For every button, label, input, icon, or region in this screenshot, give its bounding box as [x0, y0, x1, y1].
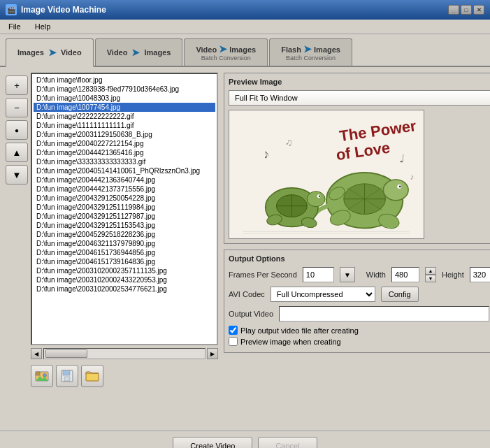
close-button[interactable]: ✕ — [473, 5, 484, 15]
tab-flash-images-batch[interactable]: Flash ➤ Images Batch Conversion — [269, 38, 352, 66]
list-item[interactable]: D:\fun image\200405141410061_PhQRIzsznOn… — [34, 166, 215, 175]
list-item[interactable]: D:\fun image\10077454.jpg — [34, 103, 215, 112]
list-item[interactable]: D:\fun image\20031020002534776621.jpg — [34, 284, 215, 294]
play-output-checkbox[interactable] — [229, 326, 238, 335]
scroll-bar[interactable] — [43, 348, 206, 359]
list-item[interactable]: D:\fun image\20031129150638_B.jpg — [34, 130, 215, 139]
codec-label: AVI Codec — [229, 290, 265, 298]
list-item[interactable]: D:\fun image\1283938-f9ed77910d364e63.jp… — [34, 85, 215, 94]
fps-label: Frames Per Second — [229, 270, 297, 279]
svg-rect-1 — [36, 372, 40, 375]
list-item[interactable]: D:\fun image\20043291250054228.jpg — [34, 194, 215, 203]
config-button[interactable]: Config — [381, 287, 419, 302]
side-buttons: + − ● ▲ ▼ — [6, 73, 28, 425]
cancel-button[interactable]: Cancel — [258, 437, 317, 448]
width-spin-down[interactable]: ▼ — [425, 275, 436, 282]
tab-video-label: Video — [61, 48, 82, 57]
list-item[interactable]: D:\fun image\20040227212154.jpg — [34, 139, 215, 148]
list-item[interactable]: D:\fun image\10048303.jpg — [34, 94, 215, 103]
play-output-label: Play output video file after creating — [240, 326, 359, 335]
list-item[interactable]: D:\fun image\20043291251153543.jpg — [34, 221, 215, 230]
preview-creating-row: Preview image when creating — [229, 337, 490, 346]
list-item[interactable]: D:\fun image\333333333333333.gif — [34, 157, 215, 166]
list-item[interactable]: D:\fun image\111111111111.gif — [34, 121, 215, 130]
list-item[interactable]: D:\fun image\20031020002357111135.jpg — [34, 266, 215, 275]
list-item[interactable]: D:\fun image\20044421363640744.jpg — [34, 175, 215, 185]
output-options-title: Output Options — [229, 254, 490, 263]
list-item[interactable]: D:\fun image\20043291251119984.jpg — [34, 203, 215, 212]
svg-rect-5 — [63, 370, 70, 375]
width-input[interactable] — [391, 267, 419, 282]
scroll-right-button[interactable]: ▶ — [207, 348, 218, 359]
tab-arrow-2: ➤ — [131, 47, 140, 58]
move-up-button[interactable]: ▲ — [6, 143, 28, 162]
open-folder-button[interactable] — [81, 365, 103, 387]
menu-bar: File Help — [0, 20, 490, 34]
tab-batch2-top: Flash ➤ Images — [281, 43, 340, 55]
list-item[interactable]: D:\fun image\20046151736944856.jpg — [34, 248, 215, 257]
list-item[interactable]: D:\fun image\floor.jpg — [34, 75, 215, 85]
preview-creating-checkbox[interactable] — [229, 337, 238, 346]
tabs-bar: Images ➤ Video Video ➤ Images Video ➤ Im… — [0, 34, 490, 67]
width-spin-up[interactable]: ▲ — [425, 267, 436, 275]
preview-image: The Power of Love — [229, 110, 424, 239]
minimize-button[interactable]: _ — [448, 5, 459, 15]
preview-section: Preview Image Full Fit To Window Actual … — [224, 73, 490, 244]
play-output-row: Play output video file after creating — [229, 326, 490, 335]
scroll-area: ◀ ▶ — [31, 348, 218, 359]
preview-svg: The Power of Love — [229, 110, 424, 239]
svg-point-27 — [307, 192, 325, 207]
svg-text:♪: ♪ — [410, 172, 414, 182]
menu-file[interactable]: File — [3, 21, 27, 32]
move-down-button[interactable]: ▼ — [6, 165, 28, 185]
fps-input[interactable] — [303, 267, 334, 282]
tab-images-to-video[interactable]: Images ➤ Video — [6, 38, 94, 67]
codec-row: AVI Codec Full Uncompressed DivX XviD H.… — [229, 287, 490, 302]
list-item[interactable]: D:\fun image\20046151739164836.jpg — [34, 257, 215, 266]
svg-point-29 — [319, 196, 320, 197]
list-item[interactable]: D:\fun image\20043291251127987.jpg — [34, 212, 215, 221]
output-video-input[interactable] — [279, 306, 489, 321]
svg-text:♩: ♩ — [399, 152, 405, 165]
list-item[interactable]: D:\fun image\20044421373715556.jpg — [34, 185, 215, 194]
app-icon: 🎬 — [6, 4, 17, 15]
svg-rect-6 — [64, 377, 70, 381]
tab-video-images-batch[interactable]: Video ➤ Images Batch Conversion — [184, 38, 268, 66]
maximize-button[interactable]: □ — [461, 5, 472, 15]
scroll-left-button[interactable]: ◀ — [31, 348, 42, 359]
file-list: D:\fun image\floor.jpgD:\fun image\12839… — [32, 74, 217, 295]
list-item[interactable]: D:\fun image\222222222222.gif — [34, 112, 215, 121]
tab-batch2-sub: Batch Conversion — [286, 55, 336, 62]
save-button[interactable] — [56, 365, 78, 387]
title-bar: 🎬 Image Video Machine _ □ ✕ — [0, 0, 490, 20]
file-list-container[interactable]: D:\fun image\floor.jpgD:\fun image\12839… — [31, 73, 218, 345]
tab-images2-label: Images — [144, 48, 171, 57]
list-item[interactable]: D:\fun image\20046321137979890.jpg — [34, 239, 215, 248]
fit-dropdown[interactable]: Full Fit To Window Actual Size Fit Width… — [229, 90, 490, 106]
tab-arrow-1: ➤ — [48, 47, 57, 58]
output-video-row: Output Video ..... — [229, 306, 490, 321]
codec-select[interactable]: Full Uncompressed DivX XviD H.264 — [271, 287, 375, 302]
main-content: + − ● ▲ ▼ D:\fun image\floor.jpgD:\fun i… — [0, 67, 490, 431]
record-button[interactable]: ● — [6, 120, 28, 140]
left-panel: + − ● ▲ ▼ D:\fun image\floor.jpgD:\fun i… — [6, 73, 218, 425]
scroll-thumb[interactable] — [45, 349, 87, 358]
preview-creating-label: Preview image when creating — [240, 338, 341, 346]
svg-point-17 — [383, 180, 408, 201]
svg-point-19 — [399, 185, 401, 187]
add-files-button[interactable]: + — [6, 75, 28, 95]
fps-dropdown-btn[interactable]: ▼ — [340, 267, 355, 282]
open-image-button[interactable] — [31, 365, 53, 387]
create-video-button[interactable]: Create Video — [173, 437, 252, 448]
tab-batch1-sub: Batch Conversion — [201, 55, 251, 62]
height-input[interactable] — [470, 267, 490, 282]
list-item[interactable]: D:\fun image\20031020002433220953.jpg — [34, 275, 215, 284]
tab-video-to-images[interactable]: Video ➤ Images — [95, 38, 183, 66]
list-item[interactable]: D:\fun image\20044421365416.jpg — [34, 148, 215, 157]
list-item[interactable]: D:\fun image\20045292518228236.jpg — [34, 230, 215, 239]
remove-file-button[interactable]: − — [6, 98, 28, 117]
output-section: Output Options Frames Per Second ▼ Width… — [224, 250, 490, 353]
menu-help[interactable]: Help — [29, 21, 57, 32]
tab-batch1-top: Video ➤ Images — [196, 43, 256, 55]
tab-video2-label: Video — [107, 48, 128, 57]
